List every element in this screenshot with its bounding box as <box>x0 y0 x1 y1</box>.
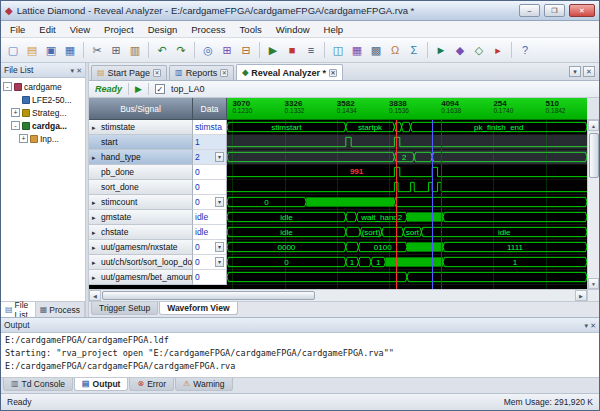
stop-process-icon[interactable]: ■ <box>283 41 301 59</box>
signal-name-cell[interactable]: ▸hand_type <box>89 150 193 165</box>
signal-waveform[interactable]: 2 <box>227 150 587 165</box>
open-project-icon[interactable]: ⊟ <box>237 41 255 59</box>
save-all-icon[interactable]: ▦ <box>61 41 79 59</box>
signal-waveform[interactable] <box>227 165 587 180</box>
panel-menu-icon[interactable]: ▾ <box>71 67 75 74</box>
signal-data-cell[interactable]: 0▾ <box>193 240 227 255</box>
signal-data-cell[interactable]: 2▾ <box>193 150 227 165</box>
signal-row-pb-done[interactable]: pb_done0 <box>89 165 587 180</box>
signal-row-uut-gamesm-nxstate[interactable]: ▸uut/gamesm/nxstate0▾000001001111 <box>89 240 587 255</box>
scroll-right-icon[interactable]: ▶ <box>575 290 587 301</box>
tab-reveal-analyzer[interactable]: ◆Reveal Analyzer *✕ <box>236 64 343 80</box>
package-view-icon[interactable]: ▩ <box>367 41 385 59</box>
tree-item-strateg[interactable]: +Strateg... <box>1 106 85 119</box>
close-button[interactable]: ✕ <box>569 4 595 17</box>
tab-waveform-view[interactable]: Waveform View <box>159 302 237 315</box>
radix-dropdown-icon[interactable]: ▾ <box>215 197 224 207</box>
signal-waveform[interactable]: 0 <box>227 195 587 210</box>
tab-trigger-setup[interactable]: Trigger Setup <box>91 302 158 315</box>
help-icon[interactable]: ? <box>516 41 534 59</box>
signal-data-cell[interactable]: 1 <box>193 135 227 150</box>
power-calculator-icon[interactable]: Ω <box>386 41 404 59</box>
signal-name-cell[interactable]: ▸uut/gamesm/bet_amount_int <box>89 270 193 285</box>
expand-icon[interactable]: + <box>19 134 28 143</box>
tab-reports[interactable]: ▥Reports✕ <box>169 65 234 80</box>
tree-item-lfe2-50[interactable]: LFE2-50... <box>1 93 85 106</box>
run-process-icon[interactable]: ▶ <box>264 41 282 59</box>
expand-icon[interactable]: + <box>11 108 20 117</box>
run-manager-icon[interactable]: ▸ <box>489 41 507 59</box>
signal-data-cell[interactable]: stimsta <box>193 120 227 135</box>
signal-name-cell[interactable]: pb_done <box>89 165 193 180</box>
signal-data-cell[interactable]: 0▾ <box>193 195 227 210</box>
tab-process[interactable]: ▦Process <box>36 302 85 317</box>
signal-name-cell[interactable]: ▸stimcount <box>89 195 193 210</box>
tab-td-console[interactable]: ▥Td Console <box>3 378 73 391</box>
vertical-scrollbar[interactable]: ▲ ▼ <box>587 120 599 289</box>
open-file-icon[interactable]: ▤ <box>23 41 41 59</box>
signal-row-start[interactable]: start1 <box>89 135 587 150</box>
radix-dropdown-icon[interactable]: ▾ <box>215 242 224 252</box>
new-file-icon[interactable]: ▢ <box>4 41 22 59</box>
expand-arrow-icon[interactable]: ▸ <box>92 124 99 131</box>
signal-name-cell[interactable]: sort_done <box>89 180 193 195</box>
output-log[interactable]: E:/cardgameFPGA/cardgameFPGA.ldfStarting… <box>1 333 599 377</box>
signal-name-cell[interactable]: ▸uut/ch/sort/sort_loop_done <box>89 255 193 270</box>
signal-row-stimcount[interactable]: ▸stimcount0▾0 <box>89 195 587 210</box>
close-icon[interactable]: ✕ <box>153 69 161 77</box>
tab-file-list[interactable]: ▤File List <box>1 302 36 317</box>
timeline-ruler[interactable]: 30700.123033260.133235820.143438380.1536… <box>227 98 587 120</box>
menu-item-tools[interactable]: Tools <box>233 23 269 36</box>
signal-name-cell[interactable]: ▸chstate <box>89 225 193 240</box>
expand-arrow-icon[interactable]: ▸ <box>92 259 99 266</box>
maximize-button[interactable]: ❐ <box>544 4 565 17</box>
programmer-icon[interactable]: ► <box>432 41 450 59</box>
signal-row-stimstate[interactable]: ▸stimstatestimstastimstartstartpkpk_fini… <box>89 120 587 135</box>
panel-close-icon[interactable]: ✕ <box>590 322 596 329</box>
panel-menu-icon[interactable]: ▾ <box>585 322 589 329</box>
signal-name-cell[interactable]: start <box>89 135 193 150</box>
expand-arrow-icon[interactable]: ▸ <box>92 199 99 206</box>
expand-arrow-icon[interactable]: ▸ <box>92 274 99 281</box>
signal-name-cell[interactable]: ▸uut/gamesm/nxstate <box>89 240 193 255</box>
signal-row-gmstate[interactable]: ▸gmstateidleidlewait_hand2 <box>89 210 587 225</box>
minimize-button[interactable]: – <box>519 4 540 17</box>
radix-dropdown-icon[interactable]: ▾ <box>215 152 224 162</box>
signal-row-chstate[interactable]: ▸chstateidleidle(sort)sortidle <box>89 225 587 240</box>
netlist-view-icon[interactable]: ◫ <box>329 41 347 59</box>
signal-row-uut-ch-sort-sort-loop-done[interactable]: ▸uut/ch/sort/sort_loop_done0▾0111 <box>89 255 587 270</box>
menu-item-file[interactable]: File <box>3 23 32 36</box>
new-project-icon[interactable]: ⊞ <box>218 41 236 59</box>
tree-item-cardgame[interactable]: -cardgame <box>1 80 85 93</box>
timing-analysis-icon[interactable]: Σ <box>405 41 423 59</box>
floorplan-view-icon[interactable]: ▦ <box>348 41 366 59</box>
column-header-data[interactable]: Data <box>193 98 227 120</box>
signal-row-uut-gamesm-bet-amount-int[interactable]: ▸uut/gamesm/bet_amount_int0 <box>89 270 587 285</box>
close-icon[interactable]: ✕ <box>329 69 337 77</box>
signal-waveform[interactable] <box>227 270 587 285</box>
reveal-inserter-icon[interactable]: ◆ <box>451 41 469 59</box>
horizontal-scrollbar-thumb[interactable] <box>102 291 315 300</box>
scrollbar-track[interactable] <box>101 290 575 301</box>
paste-icon[interactable]: ▥ <box>126 41 144 59</box>
tree-item-cardga[interactable]: -cardga... <box>1 119 85 132</box>
tab-output[interactable]: ▤Output <box>74 378 128 391</box>
undo-icon[interactable]: ↶ <box>153 41 171 59</box>
signal-name-cell[interactable]: ▸stimstate <box>89 120 193 135</box>
copy-icon[interactable]: ⊞ <box>107 41 125 59</box>
vertical-scrollbar-thumb[interactable] <box>589 133 599 178</box>
signal-row-sort-done[interactable]: sort_done0 <box>89 180 587 195</box>
signal-waveform[interactable]: idle(sort)sortidle <box>227 225 587 240</box>
panel-close-icon[interactable]: ✕ <box>76 67 82 74</box>
menu-item-process[interactable]: Process <box>184 23 232 36</box>
menu-item-project[interactable]: Project <box>97 23 141 36</box>
signal-waveform[interactable]: 000001001111 <box>227 240 587 255</box>
menu-item-help[interactable]: Help <box>317 23 351 36</box>
signal-waveform[interactable]: idlewait_hand2 <box>227 210 587 225</box>
horizontal-scrollbar[interactable]: ◀ ▶ <box>89 289 599 301</box>
collapse-icon[interactable]: - <box>3 82 12 91</box>
signal-waveform[interactable]: 0111 <box>227 255 587 270</box>
signal-data-cell[interactable]: idle <box>193 210 227 225</box>
save-icon[interactable]: ▣ <box>42 41 60 59</box>
signal-data-cell[interactable]: 0 <box>193 165 227 180</box>
